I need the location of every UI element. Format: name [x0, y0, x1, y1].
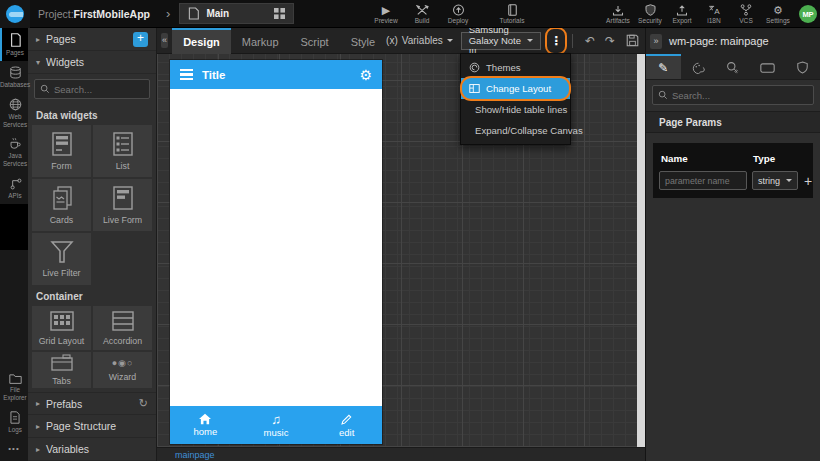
add-param-button[interactable]: + [804, 173, 812, 189]
widget-search-input[interactable] [54, 84, 144, 95]
logo-icon [6, 5, 24, 23]
save-button[interactable] [626, 34, 639, 47]
hamburger-menu-icon[interactable] [180, 69, 193, 81]
page-params-header[interactable]: Page Params [646, 111, 820, 133]
rail-item-logs[interactable]: Logs [0, 406, 28, 438]
phone-gear-icon[interactable]: ⚙ [359, 67, 372, 83]
tab-styles[interactable] [681, 54, 716, 79]
themes-icon [469, 62, 480, 73]
menu-item-change-layout[interactable]: Change Layout [461, 78, 570, 99]
tabs-icon [50, 354, 74, 372]
nav-item-edit[interactable]: edit [311, 406, 382, 444]
variables-x-icon: (x) [386, 35, 398, 46]
param-type-select[interactable]: string [752, 171, 798, 190]
data-widgets-grid: Form List Cards Live Form Live Filter [28, 125, 156, 285]
search-icon [40, 84, 50, 94]
rail-item-file-explorer[interactable]: File Explorer [0, 368, 28, 406]
phone-page-title: Title [202, 69, 225, 81]
rail-more-button[interactable]: ••• [0, 438, 28, 461]
artifacts-button[interactable]: Artifacts [604, 0, 632, 28]
phone-header[interactable]: Title ⚙ [170, 60, 382, 89]
variables-section-header[interactable]: ▸ Variables [28, 438, 156, 461]
nav-item-home[interactable]: home [170, 406, 241, 444]
widget-tabs[interactable]: Tabs [32, 352, 91, 388]
expand-panel-icon[interactable]: » [650, 34, 662, 49]
vcs-button[interactable]: VCS [732, 0, 760, 28]
branch-icon [740, 4, 752, 16]
preview-button[interactable]: ▶ Preview [372, 0, 400, 28]
deploy-button[interactable]: Deploy [444, 0, 472, 28]
security-button[interactable]: Security [636, 0, 664, 28]
project-title: Project:FirstMobileApp [38, 8, 150, 20]
search-icon [658, 90, 668, 100]
device-selector[interactable]: Samsung Galaxy Note III [461, 32, 542, 50]
deploy-cloud-icon [452, 4, 465, 16]
grid-icon[interactable] [274, 8, 285, 19]
rail-item-pages[interactable]: Pages [0, 28, 28, 61]
main-page-tab[interactable]: Main [179, 3, 294, 24]
pages-section-header[interactable]: ▸ Pages + [28, 28, 156, 51]
rail-item-web-services[interactable]: Web Services [0, 93, 28, 133]
properties-search-input[interactable] [672, 90, 808, 101]
device-icon [760, 63, 775, 73]
rail-item-java-services[interactable]: Java Services [0, 132, 28, 172]
rail-item-databases[interactable]: Databases [0, 61, 28, 93]
properties-panel-header: » wm-page: mainpage [646, 28, 820, 54]
refresh-icon[interactable]: ↻ [139, 397, 148, 410]
user-avatar[interactable]: MP [799, 5, 817, 23]
variables-button-label: Variables [402, 35, 443, 46]
menu-item-themes[interactable]: Themes [461, 57, 570, 78]
widgets-section-header[interactable]: ▾ Widgets [28, 51, 156, 74]
prefabs-section-header[interactable]: ▸ Prefabs ↻ [28, 392, 156, 415]
shield-icon [645, 4, 656, 16]
wavemaker-logo[interactable] [0, 0, 30, 28]
tab-markup[interactable]: Markup [231, 28, 290, 54]
palette-icon [692, 62, 705, 74]
tab-script[interactable]: Script [290, 28, 340, 54]
music-icon: ♫ [271, 413, 281, 426]
more-options-button[interactable]: ⋮ [549, 31, 563, 51]
book-icon [507, 4, 518, 16]
widget-wizard[interactable]: ●◉○ Wizard [93, 352, 152, 388]
widget-live-filter[interactable]: Live Filter [32, 233, 91, 285]
mainpage-tab[interactable]: mainpage [175, 450, 215, 460]
widget-live-form[interactable]: Live Form [93, 179, 152, 231]
undo-button[interactable]: ↶ [585, 34, 595, 48]
tab-security[interactable] [785, 54, 820, 79]
tab-properties[interactable]: ✎ [646, 54, 681, 79]
page-structure-section-header[interactable]: ▸ Page Structure [28, 415, 156, 438]
widget-grid-layout[interactable]: Grid Layout [32, 306, 91, 350]
caret-right-icon: ▸ [36, 35, 40, 44]
redo-button[interactable]: ↷ [605, 34, 615, 48]
widget-cards[interactable]: Cards [32, 179, 91, 231]
i18n-label: i18N [707, 17, 721, 24]
rail-item-apis[interactable]: APIs [0, 172, 28, 204]
download-icon [612, 5, 624, 16]
tab-events[interactable] [716, 54, 751, 79]
widget-list[interactable]: List [93, 125, 152, 177]
build-button[interactable]: Build [408, 0, 436, 28]
tab-design[interactable]: Design [172, 28, 231, 54]
gear-icon: ⚙ [773, 5, 783, 16]
collapse-left-icon[interactable]: « [161, 33, 168, 48]
settings-button[interactable]: ⚙ Settings [764, 0, 792, 28]
nav-item-music[interactable]: ♫ music [241, 406, 312, 444]
page-params-columns: Name Type [659, 149, 807, 167]
tab-style[interactable]: Style [340, 28, 386, 54]
widget-form[interactable]: Form [32, 125, 91, 177]
canvas-scrollbar[interactable] [637, 54, 645, 447]
i18n-button[interactable]: A i18N [700, 0, 728, 28]
wizard-steps-icon: ●◉○ [112, 358, 134, 368]
tab-device[interactable] [750, 54, 785, 79]
menu-item-table-lines[interactable]: Show/Hide table lines [461, 99, 570, 120]
menu-item-expand-canvas[interactable]: Expand/Collapse Canvas [461, 120, 570, 141]
play-icon: ▶ [382, 5, 390, 16]
variables-button[interactable]: (x) Variables [386, 35, 453, 46]
phone-page-content[interactable] [170, 89, 382, 406]
widget-accordion[interactable]: Accordion [93, 306, 152, 350]
export-button[interactable]: Export [668, 0, 696, 28]
add-page-button[interactable]: + [133, 32, 148, 47]
tutorials-button[interactable]: Tutorials [498, 0, 526, 28]
chevron-right-icon: › [166, 6, 170, 21]
param-name-input[interactable] [659, 171, 747, 190]
